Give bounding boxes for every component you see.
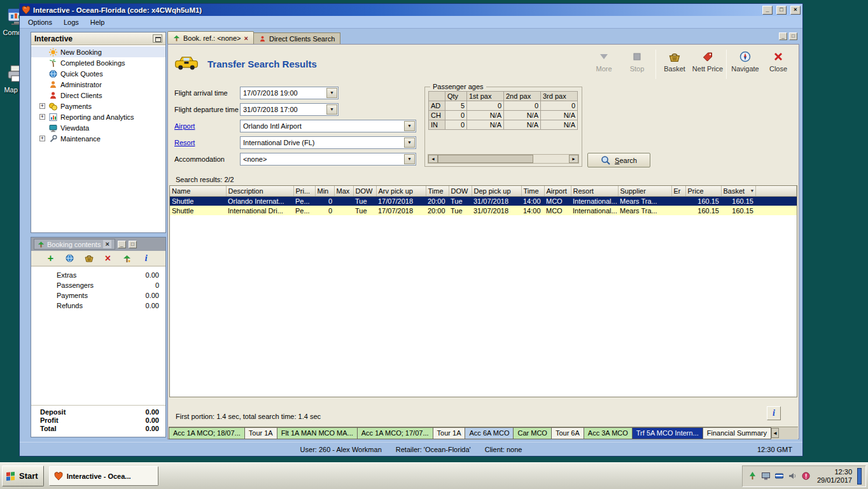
column-header[interactable]: Resort — [571, 186, 618, 196]
sidebar-item-payments[interactable]: + Payments — [31, 101, 165, 111]
pax-cell[interactable]: N/A — [467, 111, 504, 120]
expand-icon[interactable]: + — [39, 114, 45, 120]
mdi-restore-button[interactable]: □ — [789, 32, 797, 40]
tab-close-icon[interactable]: × — [244, 34, 248, 42]
chevron-down-icon[interactable]: ▼ — [404, 154, 415, 164]
list-item[interactable]: Passengers 0 — [31, 280, 165, 290]
horizontal-scrollbar[interactable]: ◄ ► — [428, 154, 579, 164]
scrollbar-thumb[interactable] — [438, 155, 533, 163]
more-button[interactable]: More — [587, 48, 620, 73]
sidebar-item-reporting-analytics[interactable]: + Reporting and Analytics — [31, 111, 165, 122]
result-row[interactable]: ShuttleInternational Dri...Pe... 0 Tue17… — [170, 206, 797, 215]
tab-tour-1a[interactable]: Tour 1A — [245, 427, 277, 439]
tab-acc-1a-18[interactable]: Acc 1A MCO; 18/07... — [169, 427, 245, 439]
chevron-down-icon[interactable]: ▼ — [326, 104, 337, 115]
expand-icon[interactable]: + — [39, 136, 45, 141]
tab-direct-clients-search[interactable]: Direct Clients Search — [254, 32, 340, 45]
mdi-minimize-button[interactable]: _ — [779, 32, 787, 40]
panel-minimize-button[interactable]: _ — [118, 241, 126, 248]
result-row-selected[interactable]: ShuttleOrlando Internat...Pe... 0 Tue17/… — [170, 196, 797, 206]
list-item[interactable]: Extras 0.00 — [31, 270, 165, 280]
tray-alert-icon[interactable] — [801, 471, 811, 481]
sidebar-item-viewdata[interactable]: Viewdata — [31, 122, 165, 133]
tray-volume-icon[interactable] — [788, 471, 797, 481]
navigate-button[interactable]: Navigate — [729, 48, 762, 73]
panel-restore-button[interactable]: □ — [129, 241, 137, 248]
stop-button[interactable]: Stop — [620, 48, 654, 73]
close-button[interactable]: × — [790, 6, 801, 15]
tray-misc-icon[interactable] — [857, 468, 862, 485]
minimize-button[interactable]: _ — [762, 6, 773, 15]
delete-button[interactable]: × — [102, 253, 113, 264]
column-header-basket[interactable]: Basket▼ — [721, 186, 755, 196]
column-header[interactable]: Pri... — [293, 186, 315, 196]
column-header[interactable]: Supplier — [618, 186, 671, 196]
info-button[interactable]: i — [767, 406, 781, 420]
column-header[interactable]: Description — [226, 186, 293, 196]
chevron-down-icon[interactable]: ▼ — [404, 138, 415, 148]
qty-cell[interactable]: 0 — [445, 111, 467, 120]
pax-row[interactable]: IN 0 N/A N/A N/A — [429, 120, 578, 130]
column-header[interactable]: DOW — [353, 186, 376, 196]
qty-cell[interactable]: 5 — [445, 101, 467, 111]
close-icon[interactable]: × — [103, 240, 111, 248]
basket-button[interactable] — [83, 253, 94, 264]
airport-combo[interactable]: Orlando Intl Airport ▼ — [240, 120, 416, 132]
close-search-button[interactable]: Close — [762, 48, 795, 73]
info-button[interactable]: i — [141, 253, 151, 264]
column-header[interactable]: Time — [426, 186, 449, 196]
column-header[interactable]: Arv pick up — [376, 186, 426, 196]
qty-cell[interactable]: 0 — [445, 120, 467, 130]
taskbar-task-interactive[interactable]: Interactive - Ocea... — [49, 466, 158, 486]
column-header[interactable]: Dep pick up — [472, 186, 521, 196]
sidebar-item-completed-bookings[interactable]: Completed Bookings — [31, 57, 165, 68]
maximize-button[interactable]: □ — [776, 6, 787, 15]
tray-monitor-icon[interactable] — [761, 471, 771, 481]
menu-options[interactable]: Options — [22, 17, 58, 27]
tab-acc-6a[interactable]: Acc 6A MCO — [465, 427, 514, 439]
accommodation-combo[interactable]: <none> ▼ — [240, 153, 416, 166]
column-header[interactable]: DOW — [449, 186, 472, 196]
search-button[interactable]: Search — [587, 153, 650, 167]
tab-trf-5a-selected[interactable]: Trf 5A MCO Intern... — [633, 427, 703, 439]
tour-palm-button[interactable] — [122, 253, 132, 264]
menu-logs[interactable]: Logs — [58, 17, 85, 27]
pax-cell[interactable]: N/A — [541, 120, 578, 130]
pax-row[interactable]: CH 0 N/A N/A N/A — [429, 111, 578, 120]
tray-tree-icon[interactable] — [748, 471, 757, 481]
column-header[interactable]: Er — [671, 186, 685, 196]
chevron-down-icon[interactable]: ▼ — [326, 88, 337, 98]
refresh-globe-button[interactable] — [64, 253, 75, 264]
column-header[interactable]: Max — [334, 186, 353, 196]
sidebar-item-maintenance[interactable]: + Maintenance — [31, 133, 165, 144]
pax-cell[interactable]: N/A — [541, 111, 578, 120]
add-item-button[interactable]: + — [45, 253, 56, 264]
start-button[interactable]: Start — [2, 465, 44, 486]
tab-acc-1a-17[interactable]: Acc 1A MCO; 17/07... — [358, 427, 433, 439]
tab-acc-3a[interactable]: Acc 3A MCO — [584, 427, 633, 439]
pax-cell[interactable]: N/A — [467, 120, 504, 130]
tab-scroll-left-icon[interactable]: ◄ — [771, 428, 779, 438]
resort-combo[interactable]: International Drive (FL) ▼ — [240, 136, 416, 149]
sidebar-item-direct-clients[interactable]: Direct Clients — [31, 90, 165, 101]
scroll-right-icon[interactable]: ► — [569, 155, 578, 163]
tab-tour-6a[interactable]: Tour 6A — [552, 427, 584, 439]
column-header[interactable]: Time — [521, 186, 544, 196]
booking-contents-tab[interactable]: Booking contents × — [34, 239, 115, 250]
basket-button[interactable]: Basket — [658, 48, 691, 73]
list-item[interactable]: Payments 0.00 — [31, 290, 165, 301]
tab-car-mco[interactable]: Car MCO — [514, 427, 551, 439]
tab-tour-1a-2[interactable]: Tour 1A — [433, 427, 466, 439]
column-header[interactable]: Airport — [544, 186, 571, 196]
scroll-left-icon[interactable]: ◄ — [428, 155, 438, 163]
flight-departure-combo[interactable]: 31/07/2018 17:00 ▼ — [240, 103, 339, 116]
nett-price-button[interactable]: Nett Price — [691, 48, 724, 73]
pax-cell[interactable]: 0 — [467, 101, 504, 111]
column-header[interactable]: Name — [170, 186, 226, 196]
column-header[interactable]: Min — [315, 186, 334, 196]
sidebar-item-quick-quotes[interactable]: Quick Quotes — [31, 68, 165, 79]
pax-cell[interactable]: N/A — [504, 120, 541, 130]
sidebar-item-new-booking[interactable]: New Booking — [31, 46, 165, 57]
tab-flt-1a[interactable]: Flt 1A MAN MCO MA... — [277, 427, 358, 439]
flight-arrival-combo[interactable]: 17/07/2018 19:00 ▼ — [240, 87, 339, 99]
